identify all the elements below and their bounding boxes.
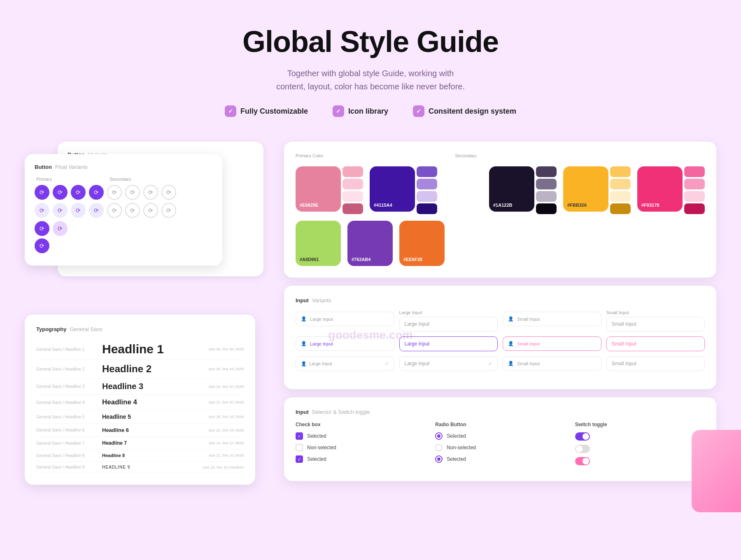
icon-btn-4[interactable]: ⟳ — [89, 185, 104, 200]
input-field-3[interactable]: 👤 Small Input — [503, 312, 601, 326]
checkbox-selected2: ✓ Selected — [296, 455, 425, 463]
checkbox-unchecked-icon[interactable] — [296, 444, 303, 451]
input-field-11[interactable]: 👤 Small Input — [503, 356, 601, 371]
checkbox-checked-icon[interactable]: ✓ — [296, 432, 303, 440]
radio-nonselected: Non-selected — [435, 444, 565, 451]
input-field-10[interactable]: Large Input ✓ — [399, 356, 498, 371]
color-section-titles: Primary Color Secondary — [296, 153, 705, 163]
radio-unchecked-icon[interactable] — [435, 444, 443, 451]
input-field-1[interactable]: 👤 Large Input — [296, 312, 394, 326]
feature-design-system: ✓ Consitent design system — [413, 105, 516, 117]
checkbox-title: Check box — [296, 422, 425, 427]
swatch-pink-main: #E6829E — [296, 166, 341, 212]
swatch-yellow-4 — [610, 203, 631, 214]
input-col-8: Small Input — [606, 336, 705, 351]
swatch-dark-3 — [536, 191, 557, 202]
swatch-orange-main: #EE6F28 — [399, 221, 445, 266]
input-field-7[interactable]: 👤 Small Input — [503, 336, 601, 351]
icon-btn-2[interactable]: ⟳ — [53, 185, 68, 200]
selector-panel: Input Selector & Switch toggle Check box… — [284, 397, 716, 481]
icon-btn-7[interactable]: ⟳ — [143, 185, 158, 200]
toggle-title: Switch toggle — [575, 422, 705, 427]
swatch-purple-3 — [417, 191, 437, 202]
feature-label-3: Consitent design system — [429, 107, 516, 116]
typo-row-7: General Sans / Headline 7 Headline 7 siz… — [36, 437, 244, 450]
feature-customizable: ✓ Fully Customizable — [225, 105, 308, 117]
icon-btn-10[interactable]: ⟳ — [53, 203, 68, 218]
icon-btn-13[interactable]: ⟳ — [107, 203, 122, 218]
input-col-2: Large Input Large Input — [399, 310, 498, 331]
input-panel-label: Input Variants — [296, 297, 705, 303]
pink-sub-swatches — [343, 166, 363, 214]
swatch-green-main: #A8D961 — [296, 221, 341, 266]
checkbox-nonselected: Non-selected — [296, 444, 425, 451]
toggle-off-control[interactable] — [575, 445, 590, 453]
input-col-11: 👤 Small Input — [503, 356, 601, 371]
green-swatch-group: #A8D961 — [296, 221, 341, 266]
swatch-hotpink-1 — [684, 166, 705, 177]
button-front-panel-label: Button Float Variants — [35, 164, 212, 170]
input-col-3: 👤 Small Input — [503, 310, 601, 331]
swatch-purple-1 — [417, 166, 437, 177]
toggle-pink-control[interactable] — [575, 457, 590, 465]
input-field-2[interactable]: Large Input — [399, 317, 498, 331]
icon-btn-16[interactable]: ⟳ — [161, 203, 176, 218]
icon-btn-15[interactable]: ⟳ — [143, 203, 158, 218]
color-row-2: #A8D961 #763AB4 #EE6F28 — [296, 221, 705, 266]
icon-btn-3[interactable]: ⟳ — [71, 185, 86, 200]
feature-label-1: Fully Customizable — [240, 107, 308, 116]
input-field-8[interactable]: Small Input — [606, 336, 705, 351]
yellow-swatch-group: #FBB326 — [563, 166, 631, 214]
icon-btn-5[interactable]: ⟳ — [107, 185, 122, 200]
icon-single-1[interactable]: ⟳ — [35, 221, 49, 236]
icon-single-3[interactable]: ⟳ — [35, 238, 49, 253]
typo-row-3: General Sans / Headline 3 Headline 3 siz… — [36, 378, 244, 395]
selector-panel-label: Input Selector & Switch toggle — [296, 409, 705, 415]
swatch-pink-2 — [343, 179, 363, 189]
selector-grid: Check box ✓ Selected Non-selected ✓ Sele… — [296, 422, 705, 469]
icon-btn-14[interactable]: ⟳ — [125, 203, 140, 218]
check-icon-1: ✓ — [225, 105, 236, 117]
typo-row-2: General Sans / Headline 2 Headline 2 siz… — [36, 360, 244, 378]
input-field-5[interactable]: 👤 Large Input — [296, 336, 394, 351]
checkbox-col: Check box ✓ Selected Non-selected ✓ Sele… — [296, 422, 425, 469]
primary-color-title: Primary Color — [296, 153, 323, 158]
icon-btn-1[interactable]: ⟳ — [35, 185, 49, 200]
swatch-hotpink-3 — [684, 191, 705, 202]
input-right-icon-2: ✓ — [488, 361, 492, 366]
icon-btn-6[interactable]: ⟳ — [125, 185, 140, 200]
icon-btn-11[interactable]: ⟳ — [71, 203, 86, 218]
color-panel: Primary Color Secondary #E6829E — [284, 142, 716, 278]
icon-btn-9[interactable]: ⟳ — [35, 203, 49, 218]
checkbox-checked-icon2[interactable]: ✓ — [296, 455, 303, 463]
check-icon-2: ✓ — [333, 105, 344, 117]
input-field-6[interactable]: Large Input — [399, 336, 498, 351]
icon-btn-12[interactable]: ⟳ — [89, 203, 104, 218]
toggle-on-control[interactable] — [575, 432, 590, 441]
typo-row-4: General Sans / Headline 4 Headline 4 siz… — [36, 395, 244, 410]
radio-checked-icon2[interactable] — [435, 455, 443, 463]
toggle-off-item — [575, 445, 705, 453]
radio-checked-icon[interactable] — [435, 432, 443, 440]
input-field-12[interactable]: Small Input — [606, 356, 705, 371]
icon-grid-light: ⟳ ⟳ ⟳ ⟳ ⟳ ⟳ ⟳ ⟳ — [35, 203, 212, 218]
icon-single-2[interactable]: ⟳ — [53, 221, 68, 236]
icon-btn-8[interactable]: ⟳ — [161, 185, 176, 200]
secondary-color-title: Secondary — [455, 153, 477, 158]
pink-swatch-group: #E6829E — [296, 166, 363, 214]
typo-row-6: General Sans / Headline 6 Headline 6 siz… — [36, 424, 244, 437]
input-col-9: 👤 Large Input ✓ — [296, 356, 394, 371]
spacer2 — [451, 221, 705, 266]
input-field-9[interactable]: 👤 Large Input ✓ — [296, 356, 394, 371]
input-col-10: Large Input ✓ — [399, 356, 498, 371]
swatch-hotpink-main: #F03178 — [637, 166, 683, 212]
swatch-dark-main: #1A122B — [489, 166, 534, 212]
input-field-4[interactable]: Small Input — [606, 317, 705, 331]
swatch-pink-4 — [343, 203, 363, 214]
swatch-dark-2 — [536, 179, 557, 189]
typography-panel-label: Typography General Sans — [36, 326, 244, 332]
typo-row-9: General Sans / Headline 9 HEADLINE 9 siz… — [36, 462, 244, 473]
typo-row-8: General Sans / Headline 8 Headline 8 siz… — [36, 450, 244, 462]
input-grid: 👤 Large Input Large Input Large Input 👤 … — [296, 310, 705, 371]
purple-swatch-group: #4115A4 — [370, 166, 437, 214]
